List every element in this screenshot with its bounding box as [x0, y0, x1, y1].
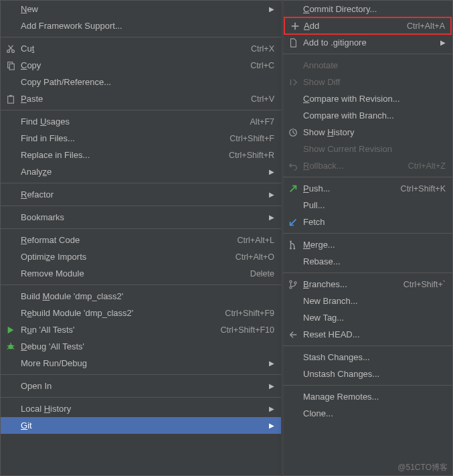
- menu-item-annotate: Annotate: [283, 57, 452, 74]
- menu-item-cut[interactable]: CutCtrl+X: [1, 40, 281, 57]
- menu-item-refactor[interactable]: Refactor▶: [1, 186, 281, 203]
- menu-item-paste[interactable]: PasteCtrl+V: [1, 90, 281, 107]
- submenu-arrow-icon: ▶: [268, 5, 274, 13]
- menu-item-label: Show Current Revision: [303, 144, 446, 154]
- blank-icon: [5, 404, 16, 414]
- submenu-arrow-icon: ▶: [439, 39, 446, 46]
- menu-item-build-module[interactable]: Build Module 'dmp_class2': [1, 288, 281, 305]
- shortcut: Alt+F7: [250, 117, 274, 127]
- shortcut: Ctrl+Alt+Z: [408, 161, 446, 171]
- menu-item-compare-branch[interactable]: Compare with Branch...: [283, 107, 452, 124]
- menu-item-label: Clone...: [303, 408, 446, 418]
- menu-item-reformat[interactable]: Reformat CodeCtrl+Alt+L: [1, 232, 281, 248]
- menu-item-reset-head[interactable]: Reset HEAD...: [283, 326, 452, 343]
- run-icon: [5, 325, 16, 335]
- blank-icon: [288, 392, 298, 402]
- menu-item-branches[interactable]: Branches...Ctrl+Shift+`: [283, 276, 452, 293]
- menu-item-fetch[interactable]: Fetch: [283, 214, 452, 230]
- menu-item-new[interactable]: New▶: [1, 1, 281, 17]
- menu-item-label: Rebase...: [303, 256, 446, 266]
- shortcut: Ctrl+Shift+`: [403, 280, 446, 289]
- menu-item-label: New Branch...: [303, 296, 446, 306]
- menu-item-add[interactable]: AddCtrl+Alt+A: [284, 17, 452, 35]
- separator: [283, 233, 452, 234]
- menu-item-label: Fetch: [303, 217, 446, 227]
- blank-icon: [5, 291, 16, 302]
- menu-item-label: Compare with Revision...: [303, 94, 446, 104]
- menu-item-merge[interactable]: Merge...: [283, 236, 452, 253]
- blank-icon: [5, 212, 16, 223]
- blank-icon: [5, 4, 16, 15]
- menu-item-label: Show Diff: [303, 77, 446, 87]
- separator: [283, 385, 452, 386]
- cut-icon: [5, 44, 16, 54]
- menu-item-replace-in-files[interactable]: Replace in Files...Ctrl+Shift+R: [1, 147, 281, 163]
- svg-point-1: [12, 50, 15, 52]
- menu-item-copy-path[interactable]: Copy Path/Reference...: [1, 74, 281, 90]
- menu-item-copy[interactable]: CopyCtrl+C: [1, 57, 281, 74]
- menu-item-git[interactable]: Git▶: [1, 417, 281, 434]
- menu-item-find-usages[interactable]: Find UsagesAlt+F7: [1, 113, 281, 130]
- menu-item-clone[interactable]: Clone...: [283, 405, 452, 422]
- menu-item-commit-dir[interactable]: Commit Directory...: [283, 1, 452, 17]
- blank-icon: [288, 256, 298, 267]
- menu-item-remove-module[interactable]: Remove ModuleDelete: [1, 265, 281, 282]
- menu-item-debug-all[interactable]: Debug 'All Tests': [1, 338, 281, 355]
- watermark: @51CTO博客: [397, 462, 448, 473]
- menu-item-new-tag[interactable]: New Tag...: [283, 309, 452, 326]
- blank-icon: [288, 313, 298, 323]
- svg-point-25: [294, 281, 296, 283]
- menu-item-rebase[interactable]: Rebase...: [283, 253, 452, 270]
- separator: [1, 374, 281, 375]
- menu-item-stash[interactable]: Stash Changes...: [283, 349, 452, 366]
- merge-icon: [288, 240, 298, 250]
- separator: [1, 397, 281, 398]
- menu-item-add-gitignore[interactable]: Add to .gitignore▶: [283, 34, 452, 51]
- blank-icon: [5, 77, 16, 88]
- svg-point-23: [290, 281, 292, 283]
- menu-item-label: Show History: [303, 127, 446, 137]
- svg-line-2: [9, 45, 13, 50]
- menu-item-bookmarks[interactable]: Bookmarks▶: [1, 209, 281, 226]
- menu-item-manage-remotes[interactable]: Manage Remotes...: [283, 388, 452, 405]
- svg-line-19: [293, 133, 295, 134]
- submenu-arrow-icon: ▶: [268, 405, 274, 412]
- menu-item-rebuild-module[interactable]: Rebuild Module 'dmp_class2'Ctrl+Shift+F9: [1, 305, 281, 321]
- menu-item-pull[interactable]: Pull...: [283, 197, 452, 214]
- blank-icon: [288, 110, 298, 121]
- separator: [283, 54, 452, 54]
- separator: [283, 177, 452, 177]
- menu-item-label: Rebuild Module 'dmp_class2': [21, 308, 225, 318]
- undo-icon: [288, 161, 298, 171]
- menu-item-unstash[interactable]: Unstash Changes...: [283, 366, 452, 382]
- clock-icon: [288, 127, 298, 138]
- fetch-icon: [288, 217, 298, 228]
- menu-item-open-in[interactable]: Open In▶: [1, 378, 281, 394]
- blank-icon: [288, 4, 298, 15]
- menu-item-local-history[interactable]: Local History▶: [1, 400, 281, 417]
- paste-icon: [5, 94, 16, 104]
- blank-icon: [5, 268, 16, 279]
- menu-item-show-history[interactable]: Show History: [283, 124, 452, 141]
- menu-item-label: Rollback...: [303, 161, 408, 171]
- menu-item-label: Refactor: [21, 189, 268, 200]
- menu-item-run-all[interactable]: Run 'All Tests'Ctrl+Shift+F10: [1, 321, 281, 338]
- menu-item-analyze[interactable]: Analyze▶: [1, 163, 281, 180]
- menu-item-new-branch[interactable]: New Branch...: [283, 293, 452, 309]
- menu-item-label: Paste: [21, 94, 251, 104]
- menu-item-label: Compare with Branch...: [303, 110, 446, 121]
- reset-icon: [288, 329, 298, 340]
- menu-item-optimize-imports[interactable]: Optimize ImportsCtrl+Alt+O: [1, 248, 281, 265]
- blank-icon: [5, 116, 16, 127]
- submenu-arrow-icon: ▶: [268, 214, 274, 221]
- menu-item-find-in-files[interactable]: Find in Files...Ctrl+Shift+F: [1, 130, 281, 147]
- svg-point-20: [290, 240, 292, 242]
- shortcut: Ctrl+Shift+K: [401, 184, 446, 193]
- menu-item-add-framework[interactable]: Add Framework Support...: [1, 17, 281, 34]
- svg-point-0: [7, 50, 10, 52]
- push-icon: [288, 183, 298, 194]
- menu-item-push[interactable]: Push...Ctrl+Shift+K: [283, 180, 452, 197]
- shortcut: Ctrl+Shift+F9: [225, 309, 274, 318]
- menu-item-more-run-debug[interactable]: More Run/Debug▶: [1, 355, 281, 372]
- menu-item-compare-revision[interactable]: Compare with Revision...: [283, 90, 452, 107]
